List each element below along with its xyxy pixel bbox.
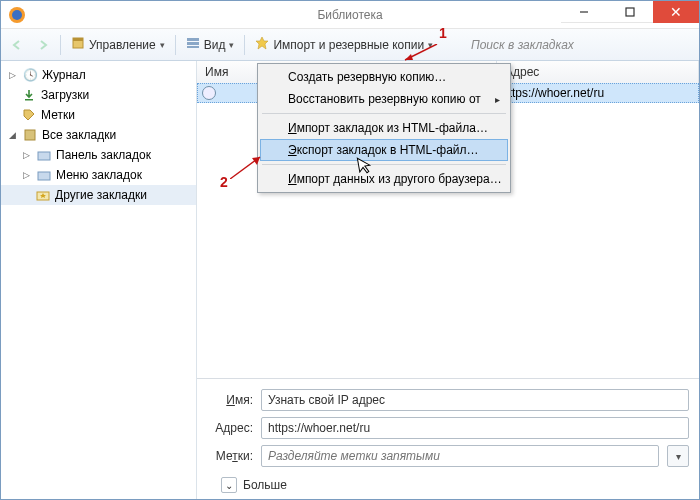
menu-create-backup[interactable]: Создать резервную копию…: [260, 66, 508, 88]
expander-icon[interactable]: ▷: [21, 150, 32, 160]
clock-icon: 🕓: [22, 67, 38, 83]
annotation-arrow-icon: [401, 44, 441, 68]
tree-all-bookmarks[interactable]: ◢ Все закладки: [1, 125, 196, 145]
svg-marker-19: [252, 157, 260, 165]
svg-rect-3: [626, 8, 634, 16]
svg-rect-6: [187, 38, 199, 41]
menu-export-html[interactable]: Экспорт закладок в HTML-файл…: [260, 139, 508, 161]
folder-icon: [36, 147, 52, 163]
item-address: https://whoer.net/ru: [502, 86, 604, 100]
toolbar: Управление ▾ Вид ▾ Импорт и резервные ко…: [1, 29, 699, 61]
chevron-down-icon: ▾: [676, 451, 681, 462]
download-icon: [21, 87, 37, 103]
tree-label: Меню закладок: [56, 168, 142, 182]
forward-button[interactable]: [31, 33, 55, 57]
view-label: Вид: [204, 38, 226, 52]
menu-import-browser[interactable]: Импорт данных из другого браузера…: [260, 168, 508, 190]
svg-rect-11: [25, 130, 35, 140]
menu-separator: [262, 164, 506, 165]
globe-icon: [202, 86, 216, 100]
expander-icon[interactable]: ◢: [7, 130, 18, 140]
chevron-down-icon: ▾: [160, 40, 165, 50]
tree-label: Журнал: [42, 68, 86, 82]
tree-label: Метки: [41, 108, 75, 122]
folder-star-icon: [35, 187, 51, 203]
submenu-arrow-icon: ▸: [495, 94, 500, 105]
col-address[interactable]: Адрес: [497, 61, 699, 83]
search-input[interactable]: Поиск в закладках: [465, 34, 695, 56]
tree-toolbar-bookmarks[interactable]: ▷ Панель закладок: [1, 145, 196, 165]
firefox-icon: [7, 5, 27, 25]
tree-history[interactable]: ▷ 🕓 Журнал: [1, 65, 196, 85]
search-placeholder: Поиск в закладках: [471, 38, 574, 52]
minimize-button[interactable]: [561, 1, 607, 23]
menu-import-html[interactable]: Импорт закладок из HTML-файла…: [260, 117, 508, 139]
details-pane: Имя: Адрес: Метки: ▾ ⌄ Больше: [197, 378, 699, 499]
tree-label: Другие закладки: [55, 188, 147, 202]
more-label: Больше: [243, 478, 287, 492]
back-button[interactable]: [5, 33, 29, 57]
library-window: Библиотека ✕ Управление ▾: [0, 0, 700, 500]
svg-rect-10: [25, 99, 33, 101]
tags-field[interactable]: [261, 445, 659, 467]
tree-other-bookmarks[interactable]: Другие закладки: [1, 185, 196, 205]
label-name: Имя:: [207, 393, 253, 407]
tree-tags[interactable]: Метки: [1, 105, 196, 125]
window-controls: ✕: [561, 1, 699, 23]
tags-dropdown-button[interactable]: ▾: [667, 445, 689, 467]
svg-rect-13: [38, 172, 50, 180]
tree-label: Загрузки: [41, 88, 89, 102]
tag-icon: [21, 107, 37, 123]
address-field[interactable]: [261, 417, 689, 439]
menu-restore-backup[interactable]: Восстановить резервную копию от ▸: [260, 88, 508, 110]
tree-label: Панель закладок: [56, 148, 151, 162]
svg-rect-5: [73, 38, 83, 41]
import-backup-menu: Создать резервную копию… Восстановить ре…: [257, 63, 511, 193]
bookmarks-icon: [22, 127, 38, 143]
svg-rect-8: [187, 46, 199, 48]
star-icon: [255, 36, 269, 53]
label-address: Адрес:: [207, 421, 253, 435]
organize-button[interactable]: Управление ▾: [66, 33, 170, 57]
titlebar: Библиотека ✕: [1, 1, 699, 29]
chevron-down-icon: ▾: [229, 40, 234, 50]
annotation-2: 2: [220, 174, 228, 190]
svg-marker-9: [256, 37, 268, 49]
chevron-down-icon: ⌄: [221, 477, 237, 493]
folder-icon: [36, 167, 52, 183]
name-field[interactable]: [261, 389, 689, 411]
tree-pane[interactable]: ▷ 🕓 Журнал Загрузки Метки ◢: [1, 61, 197, 499]
annotation-1: 1: [439, 25, 447, 41]
svg-rect-7: [187, 42, 199, 45]
label-tags: Метки:: [207, 449, 253, 463]
svg-rect-12: [38, 152, 50, 160]
expander-icon[interactable]: ▷: [21, 170, 32, 180]
annotation-arrow-icon: [230, 155, 266, 179]
more-toggle[interactable]: ⌄ Больше: [207, 473, 689, 493]
menu-separator: [262, 113, 506, 114]
organize-icon: [71, 36, 85, 53]
svg-marker-17: [405, 54, 413, 60]
close-button[interactable]: ✕: [653, 1, 699, 23]
tree-downloads[interactable]: Загрузки: [1, 85, 196, 105]
expander-icon[interactable]: ▷: [7, 70, 18, 80]
tree-label: Все закладки: [42, 128, 116, 142]
organize-label: Управление: [89, 38, 156, 52]
svg-point-1: [12, 10, 22, 20]
tree-menu-bookmarks[interactable]: ▷ Меню закладок: [1, 165, 196, 185]
maximize-button[interactable]: [607, 1, 653, 23]
view-button[interactable]: Вид ▾: [181, 33, 240, 57]
view-icon: [186, 36, 200, 53]
